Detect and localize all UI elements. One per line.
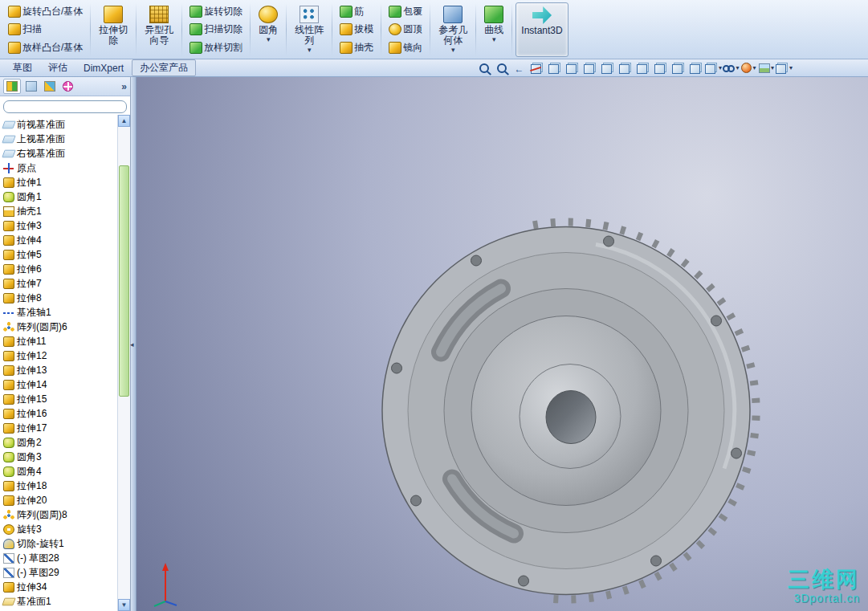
mirror-button[interactable]: 镜向 xyxy=(385,39,426,56)
apply-scene-icon[interactable]: ▾ xyxy=(758,61,775,75)
zoom-to-fit-icon[interactable] xyxy=(475,61,492,75)
curves-button[interactable]: 曲线▾ xyxy=(479,2,508,57)
section-view-icon[interactable] xyxy=(528,61,545,75)
mounting-hole[interactable] xyxy=(519,576,529,586)
display-style-icon[interactable]: ▾ xyxy=(705,61,722,75)
mounting-hole[interactable] xyxy=(471,255,482,266)
reference-geometry-button[interactable]: 参考几何体▾ xyxy=(434,2,472,57)
tree-item[interactable]: 拉伸1 xyxy=(0,175,117,189)
view-bottom-icon[interactable] xyxy=(634,61,651,75)
speaker-frame-model[interactable] xyxy=(382,222,756,600)
tab-evaluate[interactable]: 评估 xyxy=(40,59,75,76)
tree-item[interactable]: 旋转3 xyxy=(0,522,117,536)
tree-item[interactable]: 拉伸18 xyxy=(0,479,117,493)
tree-item[interactable]: 拉伸7 xyxy=(0,276,117,291)
lofted-boss-base-button[interactable]: 放样凸台/基体 xyxy=(5,39,86,56)
tree-item[interactable]: 拉伸14 xyxy=(0,377,117,392)
tree-item[interactable]: 抽壳1 xyxy=(0,204,117,218)
mounting-hole[interactable] xyxy=(711,316,722,326)
shell-button[interactable]: 抽壳 xyxy=(336,39,377,56)
wrap-button[interactable]: 包覆 xyxy=(385,3,426,20)
extruded-cut-button[interactable]: 拉伸切除 xyxy=(94,2,132,57)
instant3d-button[interactable]: Instant3D xyxy=(516,2,568,57)
view-trimetric-icon[interactable] xyxy=(670,61,687,75)
swept-cut-button[interactable]: 扫描切除 xyxy=(186,21,246,38)
fillet-button[interactable]: 圆角▾ xyxy=(254,2,283,57)
feature-filter-input[interactable] xyxy=(3,100,127,113)
tree-item[interactable]: 上视基准面 xyxy=(0,132,117,146)
hide-show-items-icon[interactable]: ▾ xyxy=(723,61,740,75)
tree-item[interactable]: 阵列(圆周)8 xyxy=(0,507,117,522)
view-settings-icon[interactable]: ▾ xyxy=(776,61,793,75)
tree-item[interactable]: 切除-旋转1 xyxy=(0,536,117,551)
mounting-hole[interactable] xyxy=(392,363,402,373)
edit-appearance-icon[interactable]: ▾ xyxy=(740,61,757,75)
view-front-icon[interactable] xyxy=(546,61,563,75)
scroll-down-button[interactable]: ▼ xyxy=(118,599,130,611)
tree-item[interactable]: 基准轴1 xyxy=(0,305,117,320)
tree-item[interactable]: 拉伸6 xyxy=(0,262,117,276)
tree-item[interactable]: 圆角4 xyxy=(0,464,117,479)
mounting-hole[interactable] xyxy=(651,556,662,566)
dome-button[interactable]: 圆顶 xyxy=(385,21,426,38)
mounting-hole[interactable] xyxy=(731,448,742,458)
view-isometric-icon[interactable] xyxy=(652,61,669,75)
tree-item[interactable]: 拉伸13 xyxy=(0,363,117,377)
tab-office-products[interactable]: 办公室产品 xyxy=(132,59,196,76)
hole-wizard-button[interactable]: 异型孔向导 xyxy=(140,2,178,57)
panel-splitter[interactable]: ◂ xyxy=(131,77,137,611)
tree-item[interactable]: 圆角3 xyxy=(0,450,117,464)
tree-item[interactable]: 圆角1 xyxy=(0,189,117,204)
draft-button[interactable]: 拔模 xyxy=(336,21,377,38)
tree-item[interactable]: 拉伸12 xyxy=(0,348,117,363)
rib-button[interactable]: 筋 xyxy=(336,3,377,20)
model-canvas[interactable] xyxy=(137,77,868,611)
view-right-icon[interactable] xyxy=(599,61,616,75)
tree-item[interactable]: (-) 草图29 xyxy=(0,565,117,580)
featuremanager-tab[interactable] xyxy=(3,79,21,94)
tree-item[interactable]: 拉伸17 xyxy=(0,421,117,435)
tree-item[interactable]: 基准面1 xyxy=(0,594,117,609)
center-hole[interactable] xyxy=(546,391,596,444)
configurationmanager-tab[interactable] xyxy=(42,79,58,94)
mounting-hole[interactable] xyxy=(411,495,422,506)
tree-item[interactable]: (-) 草图28 xyxy=(0,551,117,565)
tree-item[interactable]: 阵列(圆周)6 xyxy=(0,320,117,334)
propertymanager-tab[interactable] xyxy=(23,79,39,94)
tab-sketch[interactable]: 草图 xyxy=(5,59,40,76)
view-top-icon[interactable] xyxy=(617,61,634,75)
scroll-up-button[interactable]: ▲ xyxy=(118,115,130,127)
swept-boss-base-button[interactable]: 扫描 xyxy=(5,21,86,38)
tree-item[interactable]: 拉伸11 xyxy=(0,334,117,348)
revolved-boss-base-button[interactable]: 旋转凸台/基体 xyxy=(5,3,86,20)
tree-item[interactable]: 右视基准面 xyxy=(0,146,117,161)
tree-item[interactable]: 拉伸8 xyxy=(0,291,117,305)
panel-overflow-chevron-icon[interactable]: » xyxy=(121,81,127,92)
tree-item[interactable]: 拉伸3 xyxy=(0,218,117,233)
scrollbar-track[interactable] xyxy=(118,127,130,599)
tab-dimxpert[interactable]: DimXpert xyxy=(75,61,132,75)
view-back-icon[interactable] xyxy=(564,61,581,75)
tree-item[interactable]: 拉伸15 xyxy=(0,392,117,406)
tree-item[interactable]: 拉伸34 xyxy=(0,580,117,594)
zoom-to-area-icon[interactable] xyxy=(493,61,510,75)
tree-item[interactable]: 拉伸16 xyxy=(0,406,117,421)
tree-item[interactable]: 拉伸4 xyxy=(0,233,117,247)
tree-item[interactable]: 圆角2 xyxy=(0,435,117,450)
collapse-panel-icon[interactable]: ◂ xyxy=(130,340,134,348)
view-dimetric-icon[interactable] xyxy=(687,61,704,75)
tree-item[interactable]: 原点 xyxy=(0,161,117,175)
mounting-hole[interactable] xyxy=(604,236,614,246)
graphics-area[interactable]: 三维网 3Dportal.cn xyxy=(137,77,868,611)
tree-item[interactable]: 拉伸20 xyxy=(0,493,117,507)
view-left-icon[interactable] xyxy=(581,61,598,75)
scrollbar-thumb[interactable] xyxy=(119,165,129,397)
tree-item[interactable]: 拉伸5 xyxy=(0,247,117,262)
lofted-cut-button[interactable]: 放样切割 xyxy=(186,39,246,56)
tree-scrollbar[interactable]: ▲ ▼ xyxy=(117,115,130,611)
linear-pattern-button[interactable]: 线性阵列▾ xyxy=(290,2,328,57)
dimxpertmanager-tab[interactable] xyxy=(60,79,75,94)
tree-item[interactable]: 前视基准面 xyxy=(0,117,117,132)
revolved-cut-button[interactable]: 旋转切除 xyxy=(186,3,246,20)
previous-view-icon[interactable] xyxy=(511,61,528,75)
